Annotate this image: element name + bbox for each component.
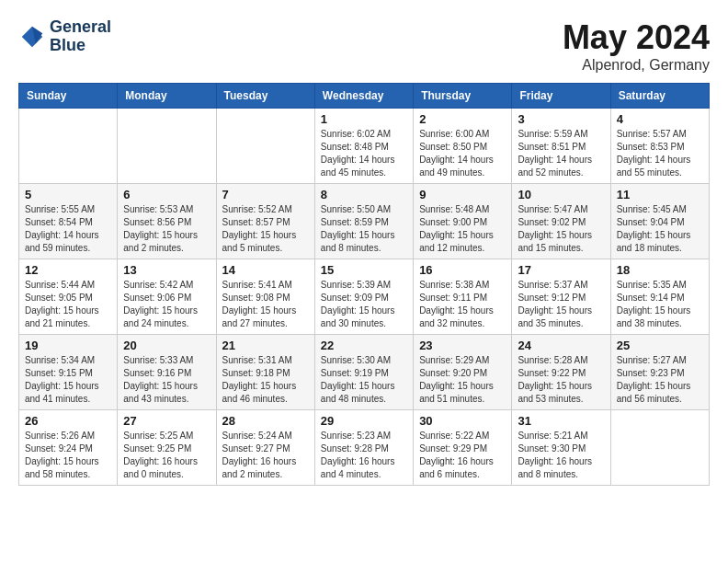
day-number: 20 <box>123 339 210 352</box>
day-info: Sunrise: 6:02 AM Sunset: 8:48 PM Dayligh… <box>321 128 407 179</box>
day-info: Sunrise: 5:21 AM Sunset: 9:30 PM Dayligh… <box>518 430 604 481</box>
logo: General Blue <box>18 18 111 55</box>
day-cell: 14Sunrise: 5:41 AM Sunset: 9:08 PM Dayli… <box>216 259 314 335</box>
week-row-3: 12Sunrise: 5:44 AM Sunset: 9:05 PM Dayli… <box>19 259 710 335</box>
weekday-header-tuesday: Tuesday <box>216 84 314 109</box>
day-cell: 3Sunrise: 5:59 AM Sunset: 8:51 PM Daylig… <box>512 109 610 184</box>
day-number: 19 <box>25 339 111 352</box>
day-info: Sunrise: 5:25 AM Sunset: 9:25 PM Dayligh… <box>123 430 210 481</box>
day-number: 2 <box>419 112 506 126</box>
day-info: Sunrise: 5:50 AM Sunset: 8:59 PM Dayligh… <box>321 203 407 255</box>
day-info: Sunrise: 5:23 AM Sunset: 9:28 PM Dayligh… <box>321 430 407 481</box>
day-number: 16 <box>419 263 506 277</box>
day-number: 21 <box>222 339 309 352</box>
day-info: Sunrise: 5:29 AM Sunset: 9:20 PM Dayligh… <box>419 354 506 406</box>
weekday-header-wednesday: Wednesday <box>314 84 413 109</box>
location-title: Alpenrod, Germany <box>563 57 710 74</box>
day-info: Sunrise: 5:44 AM Sunset: 9:05 PM Dayligh… <box>25 279 111 330</box>
weekday-header-monday: Monday <box>118 84 216 109</box>
day-info: Sunrise: 5:48 AM Sunset: 9:00 PM Dayligh… <box>419 203 506 255</box>
day-cell: 17Sunrise: 5:37 AM Sunset: 9:12 PM Dayli… <box>512 259 610 335</box>
day-cell: 22Sunrise: 5:30 AM Sunset: 9:19 PM Dayli… <box>314 335 413 410</box>
page-header: General Blue May 2024 Alpenrod, Germany <box>18 18 710 74</box>
day-number: 17 <box>518 263 604 277</box>
week-row-5: 26Sunrise: 5:26 AM Sunset: 9:24 PM Dayli… <box>19 410 710 486</box>
day-info: Sunrise: 5:28 AM Sunset: 9:22 PM Dayligh… <box>518 354 604 406</box>
day-number: 24 <box>518 339 604 352</box>
day-cell: 1Sunrise: 6:02 AM Sunset: 8:48 PM Daylig… <box>314 109 413 184</box>
week-row-2: 5Sunrise: 5:55 AM Sunset: 8:54 PM Daylig… <box>19 184 710 259</box>
day-cell: 20Sunrise: 5:33 AM Sunset: 9:16 PM Dayli… <box>118 335 216 410</box>
weekday-header-sunday: Sunday <box>19 84 118 109</box>
day-number: 9 <box>419 188 506 201</box>
day-number: 28 <box>222 414 309 428</box>
week-row-1: 1Sunrise: 6:02 AM Sunset: 8:48 PM Daylig… <box>19 109 710 184</box>
day-cell: 19Sunrise: 5:34 AM Sunset: 9:15 PM Dayli… <box>19 335 118 410</box>
day-number: 1 <box>321 112 407 126</box>
day-number: 31 <box>518 414 604 428</box>
logo-icon <box>18 23 46 51</box>
day-number: 26 <box>25 414 111 428</box>
calendar: SundayMondayTuesdayWednesdayThursdayFrid… <box>18 83 710 486</box>
day-info: Sunrise: 5:42 AM Sunset: 9:06 PM Dayligh… <box>123 279 210 330</box>
day-cell: 11Sunrise: 5:45 AM Sunset: 9:04 PM Dayli… <box>610 184 709 259</box>
day-cell: 16Sunrise: 5:38 AM Sunset: 9:11 PM Dayli… <box>414 259 512 335</box>
day-info: Sunrise: 5:47 AM Sunset: 9:02 PM Dayligh… <box>518 203 604 255</box>
day-number: 11 <box>617 188 703 201</box>
month-title: May 2024 <box>563 18 710 57</box>
day-cell: 4Sunrise: 5:57 AM Sunset: 8:53 PM Daylig… <box>610 109 709 184</box>
day-info: Sunrise: 5:55 AM Sunset: 8:54 PM Dayligh… <box>25 203 111 255</box>
day-cell <box>216 109 314 184</box>
day-number: 22 <box>321 339 407 352</box>
day-info: Sunrise: 5:37 AM Sunset: 9:12 PM Dayligh… <box>518 279 604 330</box>
day-cell <box>19 109 118 184</box>
day-number: 18 <box>617 263 703 277</box>
day-number: 27 <box>123 414 210 428</box>
day-cell <box>118 109 216 184</box>
day-number: 23 <box>419 339 506 352</box>
day-cell: 23Sunrise: 5:29 AM Sunset: 9:20 PM Dayli… <box>414 335 512 410</box>
weekday-header-thursday: Thursday <box>414 84 512 109</box>
day-cell: 7Sunrise: 5:52 AM Sunset: 8:57 PM Daylig… <box>216 184 314 259</box>
day-info: Sunrise: 5:45 AM Sunset: 9:04 PM Dayligh… <box>617 203 703 255</box>
day-cell: 28Sunrise: 5:24 AM Sunset: 9:27 PM Dayli… <box>216 410 314 486</box>
day-cell: 13Sunrise: 5:42 AM Sunset: 9:06 PM Dayli… <box>118 259 216 335</box>
day-cell: 29Sunrise: 5:23 AM Sunset: 9:28 PM Dayli… <box>314 410 413 486</box>
day-cell: 8Sunrise: 5:50 AM Sunset: 8:59 PM Daylig… <box>314 184 413 259</box>
day-cell: 30Sunrise: 5:22 AM Sunset: 9:29 PM Dayli… <box>414 410 512 486</box>
day-info: Sunrise: 5:35 AM Sunset: 9:14 PM Dayligh… <box>617 279 703 330</box>
day-cell: 27Sunrise: 5:25 AM Sunset: 9:25 PM Dayli… <box>118 410 216 486</box>
day-number: 29 <box>321 414 407 428</box>
day-cell: 6Sunrise: 5:53 AM Sunset: 8:56 PM Daylig… <box>118 184 216 259</box>
day-number: 12 <box>25 263 111 277</box>
day-info: Sunrise: 5:31 AM Sunset: 9:18 PM Dayligh… <box>222 354 309 406</box>
day-info: Sunrise: 5:59 AM Sunset: 8:51 PM Dayligh… <box>518 128 604 179</box>
day-info: Sunrise: 5:33 AM Sunset: 9:16 PM Dayligh… <box>123 354 210 406</box>
day-cell: 15Sunrise: 5:39 AM Sunset: 9:09 PM Dayli… <box>314 259 413 335</box>
day-number: 6 <box>123 188 210 201</box>
day-cell: 18Sunrise: 5:35 AM Sunset: 9:14 PM Dayli… <box>610 259 709 335</box>
day-info: Sunrise: 5:53 AM Sunset: 8:56 PM Dayligh… <box>123 203 210 255</box>
day-number: 15 <box>321 263 407 277</box>
day-number: 5 <box>25 188 111 201</box>
day-info: Sunrise: 5:26 AM Sunset: 9:24 PM Dayligh… <box>25 430 111 481</box>
day-number: 30 <box>419 414 506 428</box>
day-info: Sunrise: 5:22 AM Sunset: 9:29 PM Dayligh… <box>419 430 506 481</box>
weekday-header-saturday: Saturday <box>610 84 709 109</box>
day-number: 3 <box>518 112 604 126</box>
day-cell: 9Sunrise: 5:48 AM Sunset: 9:00 PM Daylig… <box>414 184 512 259</box>
weekday-header-row: SundayMondayTuesdayWednesdayThursdayFrid… <box>19 84 710 109</box>
day-cell: 10Sunrise: 5:47 AM Sunset: 9:02 PM Dayli… <box>512 184 610 259</box>
day-info: Sunrise: 5:27 AM Sunset: 9:23 PM Dayligh… <box>617 354 703 406</box>
day-number: 25 <box>617 339 703 352</box>
day-cell <box>610 410 709 486</box>
day-info: Sunrise: 5:41 AM Sunset: 9:08 PM Dayligh… <box>222 279 309 330</box>
day-cell: 2Sunrise: 6:00 AM Sunset: 8:50 PM Daylig… <box>414 109 512 184</box>
day-number: 8 <box>321 188 407 201</box>
day-number: 13 <box>123 263 210 277</box>
day-number: 10 <box>518 188 604 201</box>
day-cell: 31Sunrise: 5:21 AM Sunset: 9:30 PM Dayli… <box>512 410 610 486</box>
day-number: 4 <box>617 112 703 126</box>
day-cell: 25Sunrise: 5:27 AM Sunset: 9:23 PM Dayli… <box>610 335 709 410</box>
day-info: Sunrise: 5:39 AM Sunset: 9:09 PM Dayligh… <box>321 279 407 330</box>
